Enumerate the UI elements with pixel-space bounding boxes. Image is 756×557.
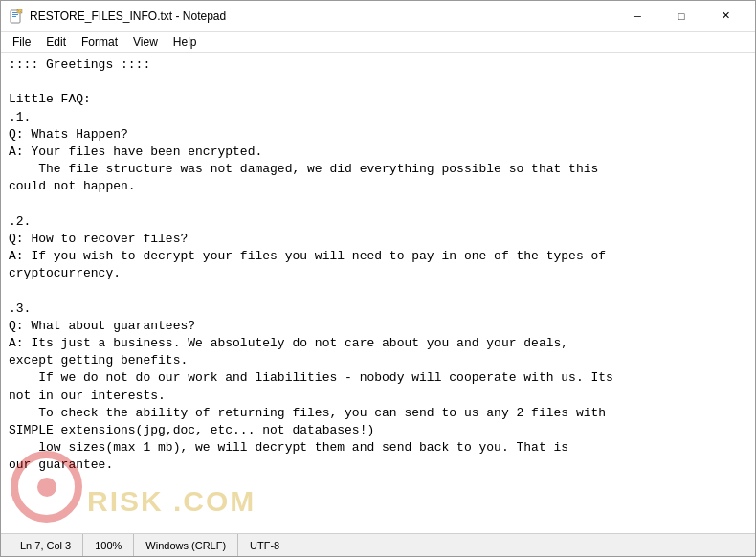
title-bar: RESTORE_FILES_INFO.txt - Notepad ─ □ ✕ [1, 1, 755, 32]
title-bar-controls: ─ □ ✕ [615, 1, 747, 32]
maximize-button[interactable]: □ [659, 1, 703, 32]
menu-file[interactable]: File [5, 33, 38, 51]
text-editor[interactable]: :::: Greetings :::: Little FAQ: .1. Q: W… [1, 53, 755, 533]
line-ending: Windows (CRLF) [134, 534, 238, 556]
cursor-position: Ln 7, Col 3 [9, 534, 83, 556]
close-button[interactable]: ✕ [703, 1, 747, 32]
minimize-button[interactable]: ─ [615, 1, 659, 32]
svg-rect-3 [12, 16, 16, 17]
menu-edit[interactable]: Edit [38, 33, 74, 51]
svg-rect-2 [12, 14, 18, 15]
encoding: UTF-8 [238, 534, 291, 556]
menu-format[interactable]: Format [74, 33, 125, 51]
status-bar: Ln 7, Col 3 100% Windows (CRLF) UTF-8 [1, 533, 755, 556]
menu-bar: File Edit Format View Help [1, 32, 755, 53]
window-title: RESTORE_FILES_INFO.txt - Notepad [30, 10, 615, 23]
notepad-window: RESTORE_FILES_INFO.txt - Notepad ─ □ ✕ F… [0, 0, 756, 557]
notepad-icon [9, 9, 24, 24]
editor-area: :::: Greetings :::: Little FAQ: .1. Q: W… [1, 53, 755, 533]
menu-view[interactable]: View [125, 33, 166, 51]
menu-help[interactable]: Help [166, 33, 205, 51]
zoom-level: 100% [83, 534, 134, 556]
